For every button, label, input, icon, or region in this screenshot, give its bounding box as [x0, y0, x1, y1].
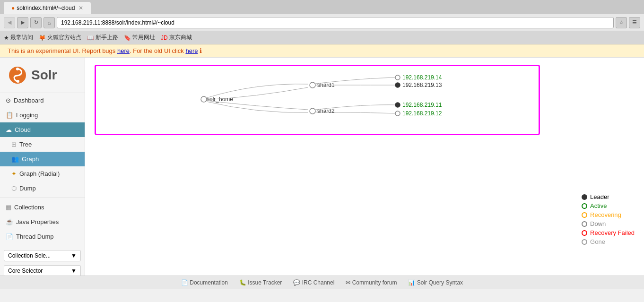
bookmark-5[interactable]: JD京东商城 [161, 34, 192, 42]
sidebar-label-logging: Logging [16, 112, 38, 119]
sidebar-item-java-properties[interactable]: ☕ Java Properties [0, 215, 85, 229]
sidebar-item-tree[interactable]: ⊞ Tree [0, 137, 85, 152]
collections-icon: ▦ [6, 204, 11, 211]
sidebar-item-thread-dump[interactable]: 📄 Thread Dump [0, 229, 85, 244]
graph-svg: solr_home shard1 shard2 [105, 71, 529, 128]
recovery-failed-dot-icon [582, 230, 587, 236]
tab-title: solr/index.html#/~cloud [17, 5, 75, 11]
footer-irc-channel-label: IRC Channel [302, 279, 335, 286]
dump-icon: ⬡ [11, 185, 17, 192]
tab-favicon: ● [11, 5, 15, 11]
svg-point-2 [17, 80, 19, 83]
bookmark-4[interactable]: 🔖常用网址 [124, 34, 155, 42]
legend-label-recovering: Recovering [590, 211, 621, 218]
footer-irc-channel-link[interactable]: 💬 IRC Channel [293, 279, 334, 286]
solr-home-node[interactable] [201, 96, 207, 102]
collection-selector-arrow-icon: ▼ [71, 252, 77, 259]
legend-item-active: Active [582, 202, 635, 209]
sidebar-divider-2 [0, 246, 85, 246]
sidebar-divider-1 [0, 198, 85, 198]
sidebar: Solr ⊙ Dashboard 📋 Logging ☁ Cloud ⊞ Tre… [0, 58, 85, 276]
bookmark-2[interactable]: 🦊火狐官方站点 [39, 34, 81, 42]
graph-container: solr_home shard1 shard2 [95, 65, 540, 135]
sidebar-item-dump[interactable]: ⬡ Dump [0, 181, 85, 196]
bookmark-button[interactable]: ☆ [616, 17, 627, 28]
sidebar-item-dashboard[interactable]: ⊙ Dashboard [0, 93, 85, 108]
sidebar-item-logging[interactable]: 📋 Logging [0, 108, 85, 122]
back-button[interactable]: ◀ [4, 17, 15, 28]
sidebar-item-graph-radial[interactable]: ✦ Graph (Radial) [0, 166, 85, 181]
sidebar-label-cloud: Cloud [15, 126, 31, 133]
issue-tracker-icon: 🐛 [239, 279, 246, 286]
sidebar-item-graph[interactable]: 👥 Graph [0, 152, 85, 166]
irc-channel-icon: 💬 [293, 279, 300, 286]
shard2-node[interactable] [310, 108, 315, 114]
reload-button[interactable]: ↻ [30, 17, 42, 28]
sidebar-item-cloud[interactable]: ☁ Cloud [0, 122, 85, 137]
graph-icon: 👥 [11, 155, 19, 163]
forward-button[interactable]: ▶ [17, 17, 28, 28]
warning-text: This is an experimental UI. Report bugs … [8, 47, 202, 54]
sidebar-label-graph-radial: Graph (Radial) [19, 170, 60, 177]
here-link-2[interactable]: here [185, 47, 198, 54]
legend-label-gone: Gone [590, 238, 605, 245]
sidebar-label-java: Java Properties [16, 218, 59, 225]
tree-icon: ⊞ [11, 141, 17, 148]
footer-issue-tracker-link[interactable]: 🐛 Issue Tracker [239, 279, 282, 286]
sidebar-label-collections: Collections [14, 204, 44, 211]
java-properties-icon: ☕ [6, 218, 13, 225]
bookmark-1[interactable]: ★最常访问 [4, 34, 33, 42]
bookmark-3[interactable]: 📖新手上路 [87, 34, 118, 42]
ip11-label: 192.168.219.11 [402, 102, 442, 108]
tab-close[interactable]: ✕ [78, 5, 83, 11]
ip14-label: 192.168.219.14 [402, 74, 442, 81]
sidebar-label-dump: Dump [19, 185, 36, 192]
core-selector-button[interactable]: Core Selector ▼ [4, 265, 81, 276]
legend: Leader Active Recovering Down Recovery F… [582, 193, 635, 247]
graph-radial-icon: ✦ [11, 170, 17, 177]
legend-item-recovery-failed: Recovery Failed [582, 229, 635, 236]
core-selector-label: Core Selector [8, 267, 43, 274]
active-tab[interactable]: ● solr/index.html#/~cloud ✕ [4, 2, 91, 14]
here-link-1[interactable]: here [117, 47, 130, 54]
collection-selector-label: Collection Sele... [8, 252, 51, 259]
footer-community-forum-link[interactable]: ✉ Community forum [346, 279, 397, 286]
collection-selector-button[interactable]: Collection Sele... ▼ [4, 250, 81, 261]
browser-chrome: ● solr/index.html#/~cloud ✕ ◀ ▶ ↻ ⌂ 192.… [0, 0, 644, 44]
thread-dump-icon: 📄 [6, 233, 13, 240]
gone-dot-icon [582, 239, 587, 245]
legend-item-recovering: Recovering [582, 211, 635, 218]
ip12-node[interactable] [395, 111, 400, 116]
tab-bar: ● solr/index.html#/~cloud ✕ [0, 0, 644, 14]
warning-bar: This is an experimental UI. Report bugs … [0, 44, 644, 58]
shard2-label: shard2 [317, 108, 335, 114]
sidebar-label-dashboard: Dashboard [14, 97, 44, 104]
footer-documentation-link[interactable]: 📄 Documentation [181, 279, 228, 286]
down-dot-icon [582, 221, 587, 227]
ip12-label: 192.168.219.12 [402, 110, 442, 117]
logo-text: Solr [31, 68, 57, 83]
active-dot-icon [582, 203, 587, 209]
ip11-node[interactable] [395, 103, 400, 107]
shard1-node[interactable] [310, 82, 315, 88]
footer-documentation-label: Documentation [190, 279, 228, 286]
link-solr-shard2-bottom [207, 102, 308, 112]
home-button[interactable]: ⌂ [44, 17, 55, 28]
collection-selector-container: Collection Sele... ▼ [4, 250, 81, 261]
community-forum-icon: ✉ [346, 279, 350, 286]
address-text: 192.168.219.11:8888/solr/index.html#/~cl… [61, 19, 174, 26]
logging-icon: 📋 [6, 112, 13, 119]
ip14-node[interactable] [395, 75, 400, 80]
content-area: Solr ⊙ Dashboard 📋 Logging ☁ Cloud ⊞ Tre… [0, 58, 644, 276]
sidebar-item-collections[interactable]: ▦ Collections [0, 200, 85, 215]
footer-community-forum-label: Community forum [352, 279, 397, 286]
settings-button[interactable]: ☰ [629, 17, 640, 28]
sidebar-label-thread-dump: Thread Dump [16, 233, 53, 240]
address-bar[interactable]: 192.168.219.11:8888/solr/index.html#/~cl… [57, 17, 614, 28]
page: This is an experimental UI. Report bugs … [0, 44, 644, 289]
footer-solr-query-link[interactable]: 📊 Solr Query Syntax [408, 279, 463, 286]
sidebar-label-graph: Graph [22, 155, 39, 163]
ip13-node[interactable] [395, 83, 400, 87]
legend-item-leader: Leader [582, 193, 635, 200]
recovering-dot-icon [582, 212, 587, 218]
